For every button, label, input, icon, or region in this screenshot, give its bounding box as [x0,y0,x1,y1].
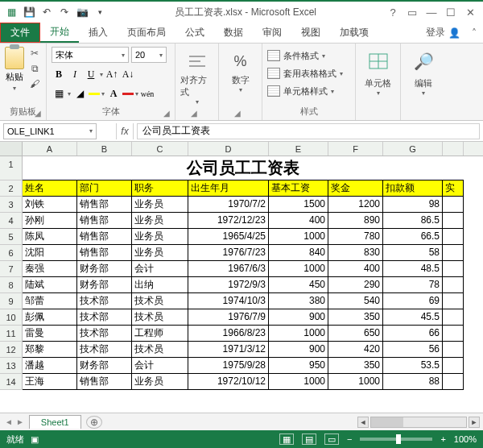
chevron-down-icon[interactable]: ▾ [196,98,199,106]
data-cell[interactable]: 66.5 [383,229,443,245]
data-cell[interactable]: 财务部 [77,358,132,374]
data-cell[interactable]: 1965/4/25 [188,229,269,245]
data-cell[interactable]: 彭佩 [23,309,77,326]
data-cell[interactable]: 69 [383,293,443,309]
data-cell[interactable]: 78 [383,277,443,293]
cell-style-button[interactable]: 单元格样式▾ [267,82,350,100]
tab-addins[interactable]: 加载项 [330,23,378,43]
data-cell[interactable]: 1976/7/9 [188,309,269,326]
row-header[interactable]: 14 [0,374,23,390]
data-cell[interactable]: 业务员 [132,213,188,229]
alignment-button[interactable]: 对齐方式 [180,74,213,98]
data-cell[interactable]: 48.5 [383,261,443,277]
row-header[interactable]: 3 [0,197,23,213]
data-cell[interactable] [443,197,464,213]
title-cell[interactable]: 公司员工工资表 [23,156,464,180]
data-cell[interactable]: 陆斌 [23,277,77,293]
editing-button[interactable]: 编辑 [406,77,441,89]
col-header[interactable]: C [132,142,188,156]
tab-review[interactable]: 审阅 [253,23,291,43]
percent-icon[interactable]: % [229,52,252,71]
col-header[interactable]: B [77,142,132,156]
cells-icon[interactable] [367,52,390,74]
row-header[interactable]: 1 [0,156,23,180]
data-cell[interactable] [443,261,464,277]
data-cell[interactable]: 财务部 [77,261,132,277]
data-cell[interactable]: 业务员 [132,229,188,245]
data-cell[interactable] [443,326,464,342]
data-cell[interactable]: 1974/10/3 [188,293,269,309]
page-layout-view-icon[interactable]: ▤ [302,433,316,445]
add-sheet-button[interactable]: ⊕ [86,416,102,429]
scrollbar-thumb[interactable] [371,417,403,427]
decrease-font-icon[interactable]: A↓ [121,66,135,82]
header-cell[interactable]: 实 [443,180,464,197]
format-painter-icon[interactable]: 🖌 [27,77,42,90]
data-cell[interactable]: 技术部 [77,326,132,342]
data-cell[interactable]: 业务员 [132,374,188,390]
col-header[interactable]: A [23,142,77,156]
data-cell[interactable]: 840 [269,245,328,261]
qat-more-icon[interactable]: ▾ [93,6,106,19]
data-cell[interactable]: 刘铁 [23,197,77,213]
page-break-view-icon[interactable]: ▭ [324,433,339,445]
data-cell[interactable]: 1000 [269,326,328,342]
data-cell[interactable]: 郑黎 [23,342,77,358]
save-icon[interactable]: 💾 [23,6,35,19]
header-cell[interactable]: 出生年月 [188,180,269,197]
fx-button[interactable]: fx [116,123,134,139]
chevron-down-icon[interactable]: ▾ [406,89,441,97]
grid-rows[interactable]: 1公司员工工资表2姓名部门职务出生年月基本工资奖金扣款额实3刘铁销售部业务员19… [0,156,483,413]
data-cell[interactable]: 1967/6/3 [188,261,269,277]
data-cell[interactable]: 工程师 [132,326,188,342]
row-header[interactable]: 8 [0,277,23,293]
data-cell[interactable]: 450 [269,277,328,293]
data-cell[interactable]: 潘越 [23,358,77,374]
data-cell[interactable]: 技术员 [132,342,188,358]
data-cell[interactable]: 400 [269,213,328,229]
data-cell[interactable]: 技术部 [77,293,132,309]
alignment-icon[interactable] [186,52,208,71]
fill-color-button[interactable]: ◢ [72,85,87,102]
data-cell[interactable]: 孙刚 [23,213,77,229]
data-cell[interactable]: 420 [328,342,383,358]
data-cell[interactable]: 830 [328,245,383,261]
data-cell[interactable]: 销售部 [77,213,132,229]
number-dialog-icon[interactable]: ◢ [234,109,241,118]
row-header[interactable]: 4 [0,213,23,229]
scrollbar-track[interactable] [370,417,467,428]
phonetic-button[interactable]: wén [140,85,155,102]
data-cell[interactable]: 会计 [132,261,188,277]
data-cell[interactable]: 650 [328,326,383,342]
data-cell[interactable]: 58 [383,245,443,261]
sheet-next-icon[interactable]: ► [16,417,24,426]
data-cell[interactable]: 1972/12/23 [188,213,269,229]
scroll-right-icon[interactable]: ► [469,417,480,428]
zoom-in-button[interactable]: + [440,434,445,444]
data-cell[interactable]: 秦强 [23,261,77,277]
row-header[interactable]: 11 [0,326,23,342]
font-name-select[interactable]: 宋体▾ [52,47,129,63]
copy-icon[interactable]: ⧉ [27,62,42,75]
data-cell[interactable]: 陈凤 [23,229,77,245]
data-cell[interactable]: 380 [269,293,328,309]
undo-icon[interactable]: ↶ [40,6,53,19]
data-cell[interactable]: 66 [383,326,443,342]
data-cell[interactable]: 45.5 [383,309,443,326]
row-header[interactable]: 7 [0,261,23,277]
formula-input[interactable]: 公司员工工资表 [137,123,480,139]
tab-home[interactable]: 开始 [40,23,79,43]
col-header[interactable] [443,142,464,156]
col-header[interactable]: G [383,142,443,156]
font-dialog-icon[interactable]: ◢ [163,109,170,118]
tab-layout[interactable]: 页面布局 [118,23,175,43]
data-cell[interactable]: 财务部 [77,277,132,293]
chevron-down-icon[interactable]: ▾ [239,86,242,93]
sheet-prev-icon[interactable]: ◄ [5,417,13,426]
italic-button[interactable]: I [68,66,82,82]
data-cell[interactable]: 950 [269,358,328,374]
data-cell[interactable]: 900 [269,342,328,358]
data-cell[interactable]: 1972/9/3 [188,277,269,293]
data-cell[interactable]: 1975/9/28 [188,358,269,374]
row-header[interactable]: 12 [0,342,23,358]
